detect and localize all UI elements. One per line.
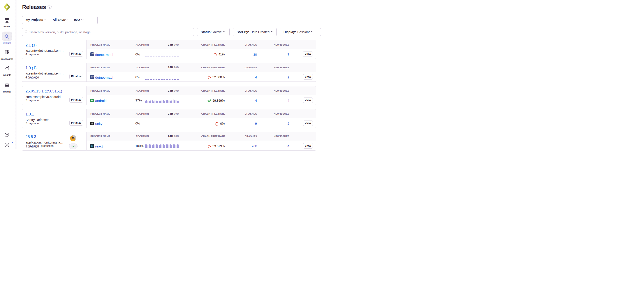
- svg-text:MAUI: MAUI: [91, 77, 93, 78]
- svg-text:.NET: .NET: [90, 76, 94, 77]
- svg-text:MAUI: MAUI: [91, 55, 93, 56]
- svg-text:.NET: .NET: [90, 53, 94, 55]
